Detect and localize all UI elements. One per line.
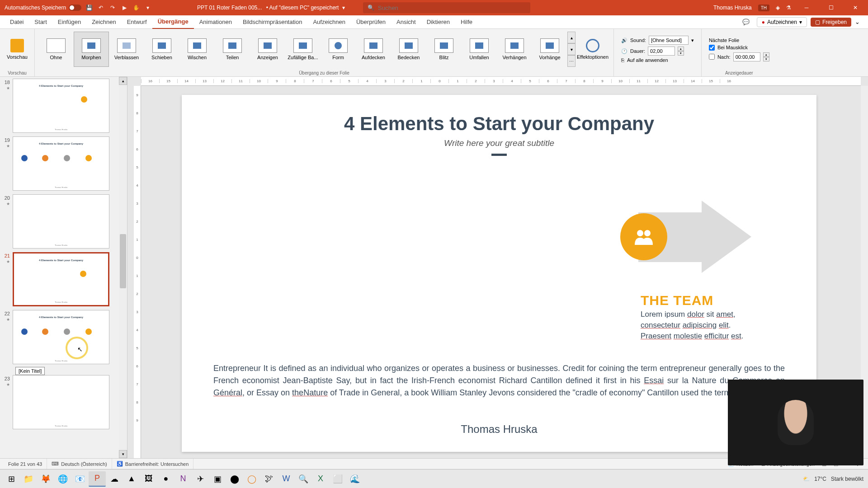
excel-icon[interactable]: X [312,471,329,487]
app-icon-7[interactable]: 🔍 [295,471,312,487]
scroll-up-icon[interactable]: ▴ [119,77,127,85]
thumbnail-22[interactable]: 4 Elements to Start your Company Thomas … [13,310,109,364]
maximize-button[interactable]: ☐ [822,0,840,15]
thumbnail-23[interactable]: Thomas Hruska [13,375,109,429]
transition-wischen[interactable]: Wischen [179,32,215,67]
tab-zeichnen[interactable]: Zeichnen [86,15,121,29]
transition-bedecken[interactable]: Bedecken [391,32,426,67]
app-icon-5[interactable]: ◯ [243,471,260,487]
word-icon[interactable]: W [278,471,295,487]
status-language[interactable]: ⌨Deutsch (Österreich) [47,459,112,469]
save-icon[interactable]: 💾 [85,4,93,12]
nach-checkbox[interactable] [709,54,715,60]
tab-ueberpruefen[interactable]: Überprüfen [351,15,391,29]
search-box[interactable]: 🔍 [363,2,530,13]
author-text[interactable]: Thomas Hruska [182,423,816,436]
start-button[interactable]: ⊞ [3,471,20,487]
transition-ohne[interactable]: Ohne [38,32,74,67]
undo-icon[interactable]: ↶ [97,4,105,12]
app-icon-3[interactable]: ● [157,471,175,487]
obs-icon[interactable]: ⬤ [226,471,243,487]
nach-input[interactable] [733,52,760,61]
transition-morphen[interactable]: Morphen [74,32,109,67]
gallery-more-icon[interactable]: ⋯ [567,55,576,67]
vlc-icon[interactable]: ▲ [123,471,140,487]
sound-select[interactable] [649,36,689,45]
tab-bildschirm[interactable]: Bildschirmpräsentation [237,15,308,29]
app-icon-2[interactable]: 🖼 [140,471,157,487]
tab-ansicht[interactable]: Ansicht [391,15,421,29]
team-body-text[interactable]: Lorem ipsum dolor sit amet, consectetur … [641,309,758,341]
weather-temp[interactable]: 17°C [814,476,826,482]
transition-schieben[interactable]: Schieben [144,32,179,67]
thumbnail-21[interactable]: 4 Elements to Start your Company Thomas … [13,252,109,306]
transition-zufaellig[interactable]: Zufällige Ba... [285,32,321,67]
app-icon-4[interactable]: ▣ [209,471,226,487]
transition-teilen[interactable]: Teilen [215,32,250,67]
nach-up-icon[interactable]: ▴ [763,52,769,57]
powerpoint-icon[interactable]: P [89,471,106,487]
coming-soon-icon[interactable]: ⚗ [786,5,791,11]
vertical-ruler[interactable]: 9876543210123456789 [134,86,141,458]
transition-vorhaenge[interactable]: Vorhänge [532,32,567,67]
user-avatar[interactable]: TH [758,5,769,11]
title-dropdown-icon[interactable]: ▾ [342,5,345,11]
aufzeichnen-button[interactable]: ●Aufzeichnen▾ [757,17,807,27]
search-input[interactable] [378,5,526,11]
transition-aufdecken[interactable]: Aufdecken [356,32,391,67]
transition-verblassen[interactable]: Verblassen [109,32,144,67]
thumbnail-19[interactable]: 4 Elements to Start your Company Thomas … [13,136,109,191]
firefox-icon[interactable]: 🦊 [37,471,54,487]
slide-subtitle-text[interactable]: Write here your great subtitle [182,138,816,148]
horizontal-ruler[interactable]: 1615141312111098765432101234567891011121… [141,77,861,86]
gallery-down-icon[interactable]: ▾ [567,43,576,55]
touch-mode-icon[interactable]: ✋ [132,4,140,12]
ribbon-collapse-icon[interactable]: ⌄ [851,19,863,25]
apply-all-button[interactable]: ⎘ Auf alle anwenden [621,57,694,63]
nach-down-icon[interactable]: ▾ [763,57,769,61]
slide-title-text[interactable]: 4 Elements to Start your Company [182,113,816,135]
mausklick-checkbox[interactable] [709,45,715,51]
dauer-down-icon[interactable]: ▾ [678,51,684,56]
close-button[interactable]: ✕ [846,0,864,15]
tab-diktieren[interactable]: Diktieren [421,15,455,29]
freigeben-button[interactable]: ▢Freigeben [811,18,851,27]
transition-blitz[interactable]: Blitz [426,32,462,67]
app-icon-6[interactable]: 🕊 [260,471,278,487]
chrome-icon[interactable]: 🌐 [54,471,71,487]
redo-icon[interactable]: ↷ [108,4,117,12]
thumbnail-scrollbar[interactable]: ▴ ▾ [119,77,127,458]
sound-dropdown-icon[interactable]: ▾ [691,38,694,43]
vorschau-button[interactable]: Vorschau [4,32,31,67]
tab-entwurf[interactable]: Entwurf [122,15,152,29]
diamond-icon[interactable]: ◈ [776,5,780,11]
minimize-button[interactable]: ─ [797,0,816,15]
toggle-switch[interactable] [69,5,81,11]
dauer-input[interactable] [648,47,675,56]
qat-more-icon[interactable]: ▾ [144,4,152,12]
transition-verhaengen[interactable]: Verhängen [497,32,532,67]
team-circle-icon[interactable] [620,213,667,260]
app-icon-8[interactable]: ⬜ [329,471,346,487]
tab-einfuegen[interactable]: Einfügen [52,15,86,29]
scroll-handle[interactable] [120,234,126,288]
status-accessibility[interactable]: ♿Barrierefreiheit: Untersuchen [112,459,194,469]
scroll-down-icon[interactable]: ▾ [119,450,127,458]
team-heading[interactable]: THE TEAM [641,293,713,308]
tab-uebergaenge[interactable]: Übergänge [152,15,194,29]
edge-icon[interactable]: 🌊 [346,471,363,487]
comments-icon[interactable]: 💬 [739,19,753,25]
tab-start[interactable]: Start [29,15,52,29]
explorer-icon[interactable]: 📁 [20,471,37,487]
transition-umfallen[interactable]: Umfallen [462,32,497,67]
tab-datei[interactable]: Datei [5,15,29,29]
outlook-icon[interactable]: 📧 [71,471,89,487]
transition-form[interactable]: Form [321,32,356,67]
app-icon-1[interactable]: ☁ [106,471,123,487]
tab-aufzeichnen[interactable]: Aufzeichnen [307,15,351,29]
slide-canvas[interactable]: 4 Elements to Start your Company Write h… [182,95,816,452]
autosave-toggle[interactable]: Automatisches Speichern [5,5,81,11]
thumbnail-20[interactable]: Thomas Hruska [13,194,109,249]
status-slide-count[interactable]: Folie 21 von 43 [4,459,47,469]
transition-anzeigen[interactable]: Anzeigen [250,32,285,67]
